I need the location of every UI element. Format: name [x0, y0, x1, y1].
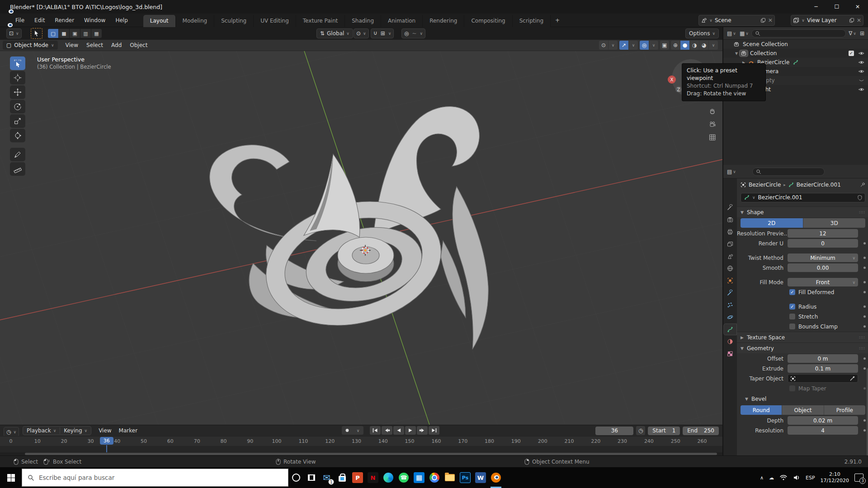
- gizmo-dropdown[interactable]: ∨: [629, 41, 638, 50]
- close-button[interactable]: ✕: [847, 0, 868, 14]
- tab-sculpting[interactable]: Sculpting: [214, 15, 254, 27]
- animate-dot[interactable]: [863, 387, 866, 389]
- gizmo-x-axis-ball[interactable]: X: [668, 75, 676, 84]
- visibility-dropdown[interactable]: ∨: [609, 41, 618, 50]
- taskbar-app-netflix[interactable]: N: [365, 467, 381, 488]
- xray-toggle-button[interactable]: ▣: [660, 41, 669, 50]
- properties-editor-type-button[interactable]: ▤∨: [726, 169, 737, 175]
- viewport-pan-hand-button[interactable]: [709, 108, 716, 115]
- properties-tab-output[interactable]: [724, 226, 736, 237]
- cortana-button[interactable]: [288, 467, 304, 488]
- frame-start-field[interactable]: Start 1: [648, 427, 680, 435]
- timeline-menu-keying[interactable]: Keying∨: [60, 427, 91, 434]
- overlays-dropdown[interactable]: ∨: [649, 41, 658, 50]
- tab-modeling[interactable]: Modeling: [176, 15, 215, 27]
- current-frame-field[interactable]: 36: [595, 427, 633, 435]
- segment-3d[interactable]: 3D: [803, 218, 866, 228]
- timeline-editor-type-button[interactable]: ◷∨: [4, 427, 19, 437]
- shading-dropdown[interactable]: ∨: [709, 41, 718, 50]
- object-visibility-button[interactable]: ⊙: [599, 41, 608, 50]
- taskbar-app-file-explorer[interactable]: [442, 467, 458, 488]
- notification-center-button[interactable]: 3: [854, 474, 863, 482]
- segment-object[interactable]: Object: [782, 405, 824, 415]
- menu-item-edit[interactable]: Edit: [30, 15, 49, 25]
- maximize-button[interactable]: ☐: [826, 0, 847, 14]
- value-depth[interactable]: 0.02 m: [788, 416, 858, 425]
- properties-tab-world[interactable]: [724, 263, 736, 274]
- animate-dot[interactable]: [863, 325, 866, 328]
- exclude-checkbox[interactable]: ✓: [849, 51, 854, 56]
- speaker-icon[interactable]: [793, 474, 800, 481]
- tab-compositing[interactable]: Compositing: [464, 15, 512, 27]
- auto-keying-stopwatch-icon[interactable]: ◷: [636, 426, 645, 435]
- checkbox-fill-deformed[interactable]: ✓: [789, 289, 795, 295]
- data-name-field[interactable]: ∨ BezierCircle.001: [741, 193, 865, 202]
- new-collection-button[interactable]: ⊞: [859, 30, 865, 37]
- menu-item-help[interactable]: Help: [111, 15, 132, 25]
- chevron-up-icon[interactable]: ∧: [760, 475, 764, 481]
- animate-dot[interactable]: [863, 305, 866, 308]
- tab-uv-editing[interactable]: UV Editing: [254, 15, 296, 27]
- delete-scene-button[interactable]: ✕: [768, 17, 773, 23]
- delete-view-layer-button[interactable]: ✕: [857, 17, 861, 23]
- outliner-filter-type-button[interactable]: ▦∨: [739, 30, 750, 37]
- value-resolution[interactable]: 4: [788, 426, 858, 435]
- properties-tab-object[interactable]: [724, 275, 736, 286]
- tool-rotate[interactable]: [10, 100, 25, 113]
- select-mode-lasso[interactable]: ▥: [80, 29, 91, 38]
- expander-down-icon[interactable]: ▼: [733, 52, 740, 56]
- shading-material-button[interactable]: ◑: [690, 41, 699, 50]
- record-dropdown[interactable]: ∨: [353, 426, 363, 435]
- value-fill-mode[interactable]: Front∨: [788, 278, 858, 286]
- visibility-eye-icon[interactable]: [859, 60, 864, 65]
- fake-user-shield-icon[interactable]: [857, 195, 863, 201]
- object-picker-taper-object[interactable]: [788, 374, 858, 383]
- shading-solid-button[interactable]: ●: [680, 41, 689, 50]
- previous-keyframe-button[interactable]: [382, 426, 392, 435]
- checkbox-map-taper[interactable]: [789, 385, 795, 391]
- snapping-controls[interactable]: ∩ ⊞∨: [371, 28, 394, 38]
- transform-orientation-dropdown[interactable]: ⇅ Global ∨: [316, 28, 353, 38]
- active-tool-indicator[interactable]: [31, 28, 42, 39]
- taskbar-app-chrome[interactable]: [427, 467, 442, 488]
- properties-tab-object-data[interactable]: [724, 324, 736, 335]
- timeline-scrollbar[interactable]: [0, 452, 722, 455]
- editor-type-button[interactable]: ⊡∨: [6, 28, 22, 38]
- properties-search-input[interactable]: [752, 168, 825, 176]
- pivot-point-dropdown[interactable]: ⊙∨: [354, 28, 369, 38]
- play-button[interactable]: [405, 426, 416, 435]
- animate-dot[interactable]: [863, 281, 866, 283]
- visibility-eye-icon[interactable]: [859, 69, 864, 74]
- shading-rendered-button[interactable]: ◕: [699, 41, 708, 50]
- timeline-menu-marker[interactable]: Marker: [119, 427, 137, 434]
- value-render-u[interactable]: 0: [788, 239, 858, 248]
- pin-icon[interactable]: [860, 182, 865, 188]
- eyedropper-icon[interactable]: [849, 375, 855, 381]
- menu-item-file[interactable]: File: [11, 15, 29, 25]
- value-extrude[interactable]: 0.1 m: [788, 364, 858, 373]
- wifi-icon[interactable]: [779, 474, 788, 481]
- value-smooth[interactable]: 0.00: [788, 263, 858, 272]
- menu-item-window[interactable]: Window: [80, 15, 110, 25]
- timeline-track-area[interactable]: [0, 446, 722, 452]
- tool-transform[interactable]: [10, 129, 25, 142]
- value-resolution-previe[interactable]: 12: [788, 229, 858, 238]
- show-gizmo-button[interactable]: ↗: [619, 41, 628, 50]
- tab-rendering[interactable]: Rendering: [423, 15, 464, 27]
- timeline-menu-playback[interactable]: Playback∨: [23, 427, 60, 434]
- 3d-viewport[interactable]: User Perspective (36) Collection | Bezie…: [0, 51, 722, 425]
- properties-tab-particles[interactable]: [724, 300, 736, 310]
- panel-header-shape[interactable]: ▼Shape∷∷: [737, 206, 868, 217]
- taskbar-app-powerpoint[interactable]: P: [350, 467, 365, 488]
- new-scene-button[interactable]: [760, 18, 766, 23]
- play-reverse-button[interactable]: [393, 426, 404, 435]
- panel-header-texture-space[interactable]: ▶Texture Space∷∷: [737, 332, 868, 343]
- start-button[interactable]: [0, 467, 22, 488]
- animate-dot[interactable]: [863, 429, 866, 432]
- jump-to-start-button[interactable]: [370, 426, 381, 435]
- scene-selector[interactable]: ∨ Scene ✕: [698, 15, 775, 26]
- add-workspace-button[interactable]: +: [551, 15, 564, 26]
- properties-tab-scene[interactable]: [724, 251, 736, 262]
- properties-tab-view-layer[interactable]: [724, 239, 736, 249]
- visibility-eye-icon[interactable]: [859, 87, 864, 92]
